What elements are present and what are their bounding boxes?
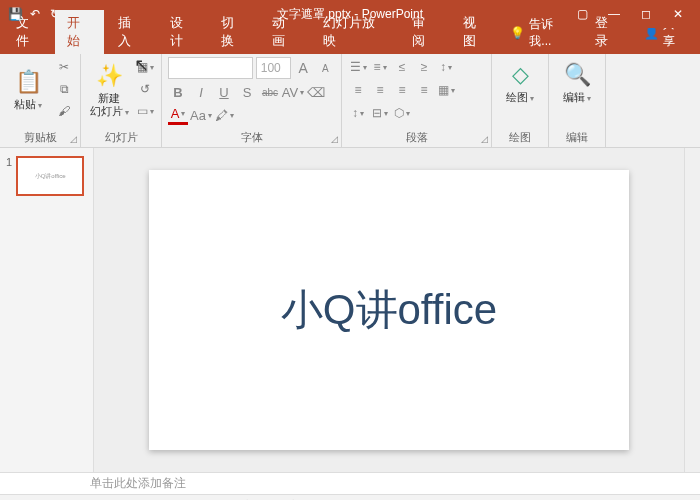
group-label-drawing: 绘图 xyxy=(498,128,542,145)
increase-indent-button[interactable]: ≥ xyxy=(414,57,434,77)
thumbnail-number: 1 xyxy=(6,156,12,196)
align-text-button[interactable]: ⊟ xyxy=(370,103,390,123)
clipboard-launcher-icon[interactable]: ◿ xyxy=(70,134,77,144)
group-label-font: 字体 xyxy=(168,128,335,145)
paste-label: 粘贴 xyxy=(14,98,42,111)
status-bar: 幻灯片 第 1 张，共 1 张 ⬚ △ 备注 ■ 批注 ▦ ⊞ ▭ ▷ − + … xyxy=(0,494,700,500)
font-name-input[interactable] xyxy=(168,57,253,79)
editing-label: 编辑 xyxy=(563,91,591,104)
slide[interactable]: 小Q讲office xyxy=(149,170,629,450)
new-slide-label: 新建 幻灯片 xyxy=(90,92,129,118)
line-spacing-button[interactable]: ↕ xyxy=(436,57,456,77)
slide-thumbnail[interactable]: 小Q讲office xyxy=(16,156,84,196)
group-label-clipboard: 剪贴板 xyxy=(6,128,74,145)
tab-insert[interactable]: 插入 xyxy=(106,10,155,54)
group-editing: 🔍 编辑 编辑 xyxy=(549,54,606,147)
copy-button[interactable]: ⧉ xyxy=(54,79,74,99)
group-font: 100 A A B I U S abc AV ⌫ A Aa 🖍 字体 ◿ xyxy=(162,54,342,147)
tab-file[interactable]: 文件 xyxy=(4,10,53,54)
shadow-button[interactable]: S xyxy=(237,82,257,102)
tell-me-search[interactable]: 💡告诉我... xyxy=(502,12,581,54)
decrease-font-button[interactable]: A xyxy=(316,58,335,78)
group-clipboard: 📋 粘贴 ✂ ⧉ 🖌 剪贴板 ◿ xyxy=(0,54,81,147)
ribbon-tabs: 文件 开始 插入 设计 切换 动画 幻灯片放映 审阅 视图 💡告诉我... 登录… xyxy=(0,28,700,54)
char-spacing-button[interactable]: AV xyxy=(283,82,303,102)
slide-thumbnail-panel: 1 小Q讲office xyxy=(0,148,94,472)
new-slide-icon: ✨ xyxy=(93,60,125,92)
text-direction-button[interactable]: ↕ xyxy=(348,103,368,123)
font-color-button[interactable]: A xyxy=(168,105,188,125)
change-case-button[interactable]: Aa xyxy=(191,105,211,125)
format-painter-button[interactable]: 🖌 xyxy=(54,101,74,121)
highlight-button[interactable]: 🖍 xyxy=(214,105,234,125)
tab-transitions[interactable]: 切换 xyxy=(209,10,258,54)
align-left-button[interactable]: ≡ xyxy=(348,80,368,100)
login-button[interactable]: 登录 xyxy=(583,10,632,54)
cut-button[interactable]: ✂ xyxy=(54,57,74,77)
tab-animations[interactable]: 动画 xyxy=(260,10,309,54)
paragraph-launcher-icon[interactable]: ◿ xyxy=(481,134,488,144)
underline-button[interactable]: U xyxy=(214,82,234,102)
maximize-icon[interactable]: ◻ xyxy=(632,4,660,24)
align-right-button[interactable]: ≡ xyxy=(392,80,412,100)
tab-home[interactable]: 开始 xyxy=(55,10,104,54)
workspace: 1 小Q讲office 小Q讲office xyxy=(0,148,700,472)
group-drawing: ◇ 绘图 绘图 xyxy=(492,54,549,147)
reset-button[interactable]: ↺ xyxy=(135,79,155,99)
group-paragraph: ☰ ≡ ≤ ≥ ↕ ≡ ≡ ≡ ≡ ▦ ↕ ⊟ ⬡ 段落 ◿ xyxy=(342,54,492,147)
smartart-button[interactable]: ⬡ xyxy=(392,103,412,123)
close-icon[interactable]: ✕ xyxy=(664,4,692,24)
bulb-icon: 💡 xyxy=(510,26,525,40)
search-icon: 🔍 xyxy=(561,59,593,91)
group-label-slides: 幻灯片 xyxy=(87,128,155,145)
new-slide-button[interactable]: ✨ 新建 幻灯片 xyxy=(87,57,131,121)
tab-design[interactable]: 设计 xyxy=(158,10,207,54)
font-size-input[interactable]: 100 xyxy=(256,57,291,79)
group-slides: ✨ 新建 幻灯片 ▦ ↺ ▭ 幻灯片 xyxy=(81,54,162,147)
ribbon: 📋 粘贴 ✂ ⧉ 🖌 剪贴板 ◿ ✨ 新建 幻灯片 ▦ ↺ ▭ 幻灯片 xyxy=(0,54,700,148)
layout-button[interactable]: ▦ xyxy=(135,57,155,77)
tab-review[interactable]: 审阅 xyxy=(400,10,449,54)
group-label-editing: 编辑 xyxy=(555,128,599,145)
increase-font-button[interactable]: A xyxy=(294,58,313,78)
find-button[interactable]: 🔍 编辑 xyxy=(555,57,599,106)
justify-button[interactable]: ≡ xyxy=(414,80,434,100)
shapes-label: 绘图 xyxy=(506,91,534,104)
tell-me-label: 告诉我... xyxy=(529,16,573,50)
clipboard-icon: 📋 xyxy=(12,66,44,98)
vertical-scrollbar[interactable] xyxy=(684,148,700,472)
slide-canvas[interactable]: 小Q讲office xyxy=(94,148,684,472)
slide-text[interactable]: 小Q讲office xyxy=(281,282,497,338)
strikethrough-button[interactable]: abc xyxy=(260,82,280,102)
italic-button[interactable]: I xyxy=(191,82,211,102)
paste-button[interactable]: 📋 粘贴 xyxy=(6,57,50,121)
clear-format-button[interactable]: ⌫ xyxy=(306,82,326,102)
shapes-button[interactable]: ◇ 绘图 xyxy=(498,57,542,106)
section-button[interactable]: ▭ xyxy=(135,101,155,121)
bullets-button[interactable]: ☰ xyxy=(348,57,368,77)
tab-view[interactable]: 视图 xyxy=(451,10,500,54)
font-launcher-icon[interactable]: ◿ xyxy=(331,134,338,144)
tab-slideshow[interactable]: 幻灯片放映 xyxy=(311,10,398,54)
align-center-button[interactable]: ≡ xyxy=(370,80,390,100)
shapes-icon: ◇ xyxy=(504,59,536,91)
person-icon: 👤 xyxy=(644,26,659,40)
numbering-button[interactable]: ≡ xyxy=(370,57,390,77)
group-label-paragraph: 段落 xyxy=(348,128,485,145)
columns-button[interactable]: ▦ xyxy=(436,80,456,100)
notes-pane[interactable]: 单击此处添加备注 xyxy=(0,472,700,494)
decrease-indent-button[interactable]: ≤ xyxy=(392,57,412,77)
bold-button[interactable]: B xyxy=(168,82,188,102)
